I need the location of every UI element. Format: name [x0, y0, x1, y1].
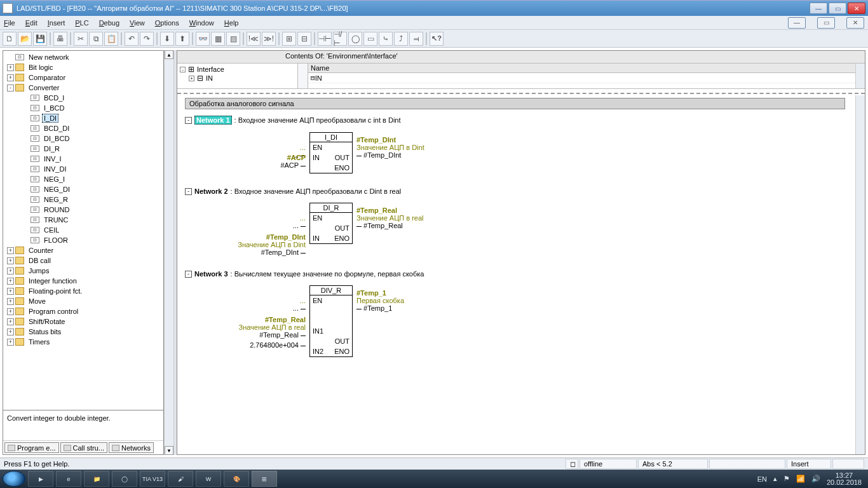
- maximize-button[interactable]: ▭: [829, 3, 846, 14]
- start-button[interactable]: [3, 471, 25, 487]
- insert-button[interactable]: ◯: [348, 32, 362, 46]
- tree-item[interactable]: ⊟DI_BCD: [3, 133, 163, 144]
- left-scrollbar[interactable]: ▲▼: [164, 50, 174, 455]
- network-label[interactable]: Network 3: [194, 270, 228, 278]
- expand-icon[interactable]: +: [7, 308, 14, 315]
- tray-chevron-icon[interactable]: ▴: [773, 475, 777, 483]
- tray-network-icon[interactable]: 📶: [796, 475, 805, 483]
- menu-view[interactable]: View: [130, 19, 145, 27]
- taskbar-app[interactable]: W: [196, 471, 221, 487]
- tree-item[interactable]: ⊟INV_I: [3, 154, 163, 164]
- expand-icon[interactable]: +: [7, 64, 14, 71]
- tree-item[interactable]: ⊟NEG_DI: [3, 184, 163, 194]
- toolbar-button[interactable]: ▦: [211, 32, 225, 46]
- menu-help[interactable]: Help: [224, 19, 239, 27]
- print-button[interactable]: 🖶: [53, 32, 67, 46]
- cut-button[interactable]: ✂: [74, 32, 88, 46]
- tree-item[interactable]: +Comparator: [3, 72, 163, 83]
- view-button[interactable]: ⊟: [297, 32, 311, 46]
- menu-file[interactable]: File: [4, 19, 15, 27]
- toolbar-button[interactable]: ▤: [226, 32, 240, 46]
- paste-button[interactable]: 📋: [104, 32, 118, 46]
- expand-icon[interactable]: +: [7, 268, 14, 274]
- tree-item[interactable]: ⊟New network: [3, 52, 163, 62]
- mdi-minimize-button[interactable]: —: [788, 17, 806, 29]
- network-label[interactable]: Network 2: [194, 187, 228, 195]
- tree-item[interactable]: ⊟I_DI: [3, 113, 163, 123]
- network-label[interactable]: Network 1: [194, 116, 232, 125]
- iface-scrollbar[interactable]: [298, 64, 308, 88]
- fbd-block[interactable]: I_DIENINOUTENO: [309, 132, 353, 173]
- tree-item[interactable]: ⊟I_BCD: [3, 103, 163, 113]
- tray-lang[interactable]: EN: [757, 475, 767, 483]
- system-tray[interactable]: EN ▴ ⚑ 📶 🔊 13:2720.02.2018: [757, 472, 865, 486]
- tree-item[interactable]: +Shift/Rotate: [3, 316, 163, 327]
- interface-tree[interactable]: -⊞ Interface +⊟ IN: [177, 64, 298, 88]
- close-button[interactable]: ✕: [848, 3, 865, 14]
- tree-item[interactable]: +Jumps: [3, 266, 163, 276]
- catalog-tree[interactable]: ⊟New network+Bit logic+Comparator-Conver…: [3, 51, 163, 410]
- pane-splitter[interactable]: [177, 90, 865, 94]
- tree-item[interactable]: ⊟NEG_I: [3, 174, 163, 184]
- expand-icon[interactable]: +: [7, 257, 14, 264]
- insert-button[interactable]: ⫤: [409, 32, 423, 46]
- menu-window[interactable]: Window: [189, 19, 214, 27]
- insert-button[interactable]: ▭: [363, 32, 377, 46]
- tree-item[interactable]: +Program control: [3, 306, 163, 316]
- network[interactable]: -Network 2: Входное значение АЦП преобра…: [185, 187, 845, 256]
- tab-program-elements[interactable]: Program e...: [4, 442, 59, 453]
- tab-networks[interactable]: Networks: [109, 442, 154, 453]
- menu-debug[interactable]: Debug: [99, 19, 119, 27]
- expand-icon[interactable]: +: [7, 298, 14, 305]
- expand-icon[interactable]: -: [7, 85, 14, 92]
- tree-item[interactable]: ⊟TRUNC: [3, 215, 163, 225]
- collapse-icon[interactable]: -: [185, 271, 192, 278]
- taskbar-app[interactable]: ◯: [112, 471, 137, 487]
- tray-sound-icon[interactable]: 🔊: [811, 475, 820, 483]
- expand-icon[interactable]: +: [7, 329, 14, 336]
- tree-item[interactable]: ⊟INV_DI: [3, 164, 163, 174]
- tree-item[interactable]: +Counter: [3, 245, 163, 255]
- save-button[interactable]: 💾: [33, 32, 47, 46]
- iface-scrollbar-r[interactable]: [855, 64, 865, 88]
- taskbar-app-active[interactable]: ⊞: [252, 471, 277, 487]
- goto-button[interactable]: !≪: [247, 32, 261, 46]
- taskbar-app[interactable]: 📁: [84, 471, 109, 487]
- expand-icon[interactable]: +: [7, 74, 14, 81]
- interface-var-row[interactable]: ⊟ IN: [308, 73, 855, 83]
- redo-button[interactable]: ↷: [140, 32, 154, 46]
- tree-item[interactable]: ⊟ROUND: [3, 205, 163, 215]
- tree-item[interactable]: ⊟CEIL: [3, 225, 163, 235]
- collapse-icon[interactable]: -: [185, 117, 192, 124]
- expand-icon[interactable]: +: [7, 318, 14, 325]
- fbd-block[interactable]: DI_RENOUTINENO: [309, 203, 353, 244]
- tree-item[interactable]: +Status bits: [3, 327, 163, 337]
- menu-options[interactable]: Options: [155, 19, 179, 27]
- minimize-button[interactable]: —: [810, 3, 827, 14]
- fbd-block[interactable]: DIV_RENIN1OUTIN2ENO: [309, 285, 353, 357]
- tree-item[interactable]: +Move: [3, 296, 163, 306]
- taskbar-app[interactable]: ▶: [28, 471, 53, 487]
- expand-icon[interactable]: +: [7, 339, 14, 346]
- menu-insert[interactable]: Insert: [48, 19, 65, 27]
- tree-item[interactable]: +Floating-point fct.: [3, 286, 163, 296]
- tree-item[interactable]: ⊟BCD_DI: [3, 123, 163, 133]
- view-button[interactable]: ⊞: [282, 32, 296, 46]
- monitor-button[interactable]: 👓: [196, 32, 210, 46]
- expand-icon[interactable]: +: [7, 288, 14, 295]
- tree-item[interactable]: +Timers: [3, 337, 163, 347]
- insert-button[interactable]: ⊣⊢: [318, 32, 332, 46]
- tree-item[interactable]: ⊟DI_R: [3, 144, 163, 154]
- network-editor[interactable]: Обработка аналогового сигнала -Network 1…: [177, 95, 855, 454]
- menu-plc[interactable]: PLC: [75, 19, 88, 27]
- tree-item[interactable]: +Bit logic: [3, 62, 163, 72]
- taskbar-app[interactable]: 🖌: [168, 471, 193, 487]
- menu-edit[interactable]: Edit: [25, 19, 37, 27]
- expand-icon[interactable]: +: [7, 278, 14, 285]
- insert-button[interactable]: ⤴: [394, 32, 408, 46]
- taskbar-app[interactable]: 🎨: [224, 471, 249, 487]
- tree-item[interactable]: +DB call: [3, 255, 163, 266]
- tree-item[interactable]: -Converter: [3, 83, 163, 93]
- tree-item[interactable]: ⊟FLOOR: [3, 235, 163, 245]
- network[interactable]: -Network 3: Вычисляем текущее значение п…: [185, 270, 845, 357]
